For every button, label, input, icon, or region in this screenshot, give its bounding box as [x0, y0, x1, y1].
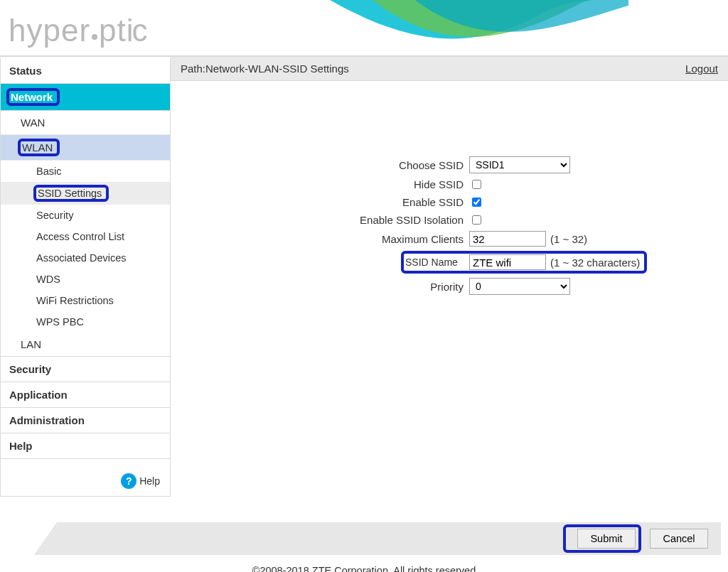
nav-administration[interactable]: Administration [1, 408, 170, 433]
nav-ssid-settings[interactable]: SSID Settings [1, 182, 170, 205]
nav-security[interactable]: Security [1, 357, 170, 382]
sidebar: Status Network WAN WLAN Basic SSID Setti… [0, 58, 171, 497]
nav-wps-pbc[interactable]: WPS PBC [1, 311, 170, 333]
max-clients-label: Maximum Clients [171, 233, 469, 245]
nav-wds[interactable]: WDS [1, 269, 170, 290]
brand-logo: hyperptic [9, 13, 149, 48]
highlight-ssid-name-row: SSID Name (1 ~ 32 characters) [401, 251, 647, 274]
action-bar: Submit Cancel [7, 522, 721, 555]
highlight-submit: Submit [563, 524, 641, 553]
nav-acl[interactable]: Access Control List [1, 226, 170, 247]
nav-ssid-settings-label: SSID Settings [38, 188, 102, 199]
nav-status[interactable]: Status [1, 58, 170, 84]
nav-wlan[interactable]: WLAN [1, 135, 170, 161]
max-clients-input[interactable] [469, 231, 546, 247]
nav-wlan-label: WLAN [22, 141, 53, 153]
highlight-network: Network [6, 88, 60, 106]
pathbar: Path:Network-WLAN-SSID Settings Logout [171, 57, 728, 81]
ssid-name-label: SSID Name [405, 257, 469, 268]
logo-dot-icon [92, 34, 97, 40]
help-icon: ? [121, 473, 136, 489]
cancel-button[interactable]: Cancel [650, 529, 708, 549]
app-root: hyperptic Status Network WAN WLAN Basic … [0, 0, 728, 572]
header: hyperptic [0, 0, 728, 57]
enable-ssid-iso-label: Enable SSID Isolation [171, 214, 469, 226]
nav-basic[interactable]: Basic [1, 161, 170, 182]
ssid-name-hint: (1 ~ 32 characters) [550, 257, 640, 269]
ssid-settings-form: Choose SSID SSID1 Hide SSID Enable SSID … [171, 81, 728, 295]
nav-help[interactable]: Help [1, 433, 170, 459]
submit-button[interactable]: Submit [577, 529, 636, 549]
priority-select[interactable]: 0 [469, 278, 570, 295]
nav-wan[interactable]: WAN [1, 111, 170, 135]
enable-ssid-iso-checkbox[interactable] [472, 215, 481, 225]
body: Status Network WAN WLAN Basic SSID Setti… [0, 57, 728, 497]
max-clients-hint: (1 ~ 32) [550, 233, 587, 245]
choose-ssid-label: Choose SSID [171, 159, 469, 171]
logout-link[interactable]: Logout [685, 63, 718, 75]
enable-ssid-checkbox[interactable] [472, 198, 481, 207]
nav-network[interactable]: Network [1, 84, 170, 111]
sidebar-help-link[interactable]: ? Help [121, 473, 160, 489]
hide-ssid-checkbox[interactable] [472, 180, 481, 189]
nav-security-sub[interactable]: Security [1, 205, 170, 226]
nav-lan[interactable]: LAN [1, 333, 170, 357]
hide-ssid-label: Hide SSID [171, 178, 469, 190]
sidebar-help-label: Help [139, 475, 160, 487]
nav-wifi-restrictions[interactable]: WiFi Restrictions [1, 290, 170, 311]
header-ribbon-art [330, 0, 628, 55]
enable-ssid-label: Enable SSID [171, 196, 469, 208]
highlight-wlan: WLAN [18, 139, 60, 156]
nav-network-label: Network [11, 91, 53, 103]
breadcrumb: Path:Network-WLAN-SSID Settings [181, 63, 349, 75]
priority-label: Priority [171, 281, 469, 293]
choose-ssid-select[interactable]: SSID1 [469, 156, 570, 173]
nav-application[interactable]: Application [1, 382, 170, 408]
ssid-name-input[interactable] [469, 254, 546, 270]
main: Path:Network-WLAN-SSID Settings Logout C… [171, 57, 728, 299]
copyright: ©2008-2018 ZTE Corporation. All rights r… [0, 555, 728, 572]
highlight-ssid-settings: SSID Settings [33, 185, 109, 202]
nav-associated-devices[interactable]: Associated Devices [1, 247, 170, 269]
